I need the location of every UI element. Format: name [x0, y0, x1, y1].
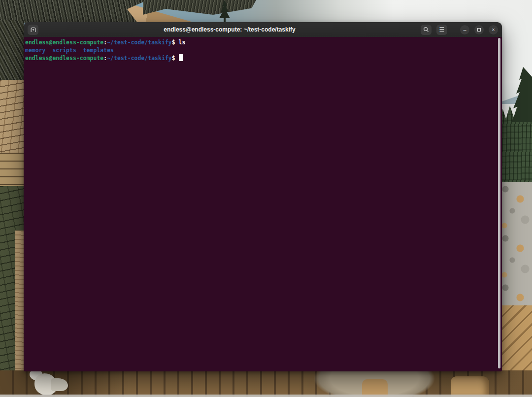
wallpaper-right-landscape [499, 20, 532, 372]
maximize-icon [477, 28, 481, 32]
terminal-scrollbar[interactable] [498, 38, 500, 368]
wallpaper-wood-structure [499, 305, 532, 372]
wallpaper-white-driftwood [26, 369, 69, 397]
terminal-line-ls-output: memory scripts templates [25, 47, 500, 55]
close-button[interactable]: × [489, 25, 498, 34]
wallpaper-rock-scree [499, 182, 532, 305]
wallpaper-bottom-edge [0, 395, 532, 397]
prompt-user-host: endless@endless-compute [25, 55, 103, 62]
wallpaper-left-vertical-beam [15, 231, 24, 372]
prompt-dollar: $ [172, 39, 179, 46]
prompt-user-host: endless@endless-compute [25, 39, 103, 46]
search-button[interactable] [421, 25, 432, 35]
hamburger-menu-icon: ☰ [439, 26, 445, 33]
maximize-button[interactable] [474, 25, 484, 34]
terminal-cursor [179, 54, 183, 61]
wallpaper-left-beams [0, 153, 24, 186]
minimize-icon: – [463, 27, 466, 33]
prompt-path: ~/test-code/taskify [107, 55, 172, 62]
wallpaper-left-shingles [0, 80, 24, 153]
close-icon: × [492, 27, 495, 33]
prompt-dollar: $ [172, 55, 179, 62]
new-tab-icon [30, 27, 36, 33]
menu-button[interactable]: ☰ [436, 25, 447, 35]
new-tab-button[interactable] [28, 25, 38, 35]
search-icon [423, 27, 429, 33]
ls-directories: memory scripts templates [25, 47, 114, 54]
terminal-line-prompt-current: endless@endless-compute:~/test-code/task… [25, 54, 500, 63]
terminal-line-prompt-ls: endless@endless-compute:~/test-code/task… [25, 39, 500, 47]
terminal-body[interactable]: endless@endless-compute:~/test-code/task… [24, 37, 502, 371]
titlebar[interactable]: endless@endless-compute: ~/test-code/tas… [24, 22, 502, 37]
prompt-path: ~/test-code/taskify [107, 39, 172, 46]
wallpaper-wood-block [451, 376, 489, 397]
wallpaper-pine-tree [216, 0, 233, 23]
terminal-window: endless@endless-compute: ~/test-code/tas… [24, 22, 502, 371]
window-title: endless@endless-compute: ~/test-code/tas… [42, 26, 417, 33]
wallpaper-tall-pine [508, 67, 532, 131]
wallpaper-left-structure [0, 20, 24, 372]
command-text: ls [179, 39, 186, 46]
minimize-button[interactable]: – [460, 25, 469, 34]
wallpaper-left-twigs [0, 20, 24, 80]
titlebar-controls: ☰ – × [421, 25, 498, 35]
